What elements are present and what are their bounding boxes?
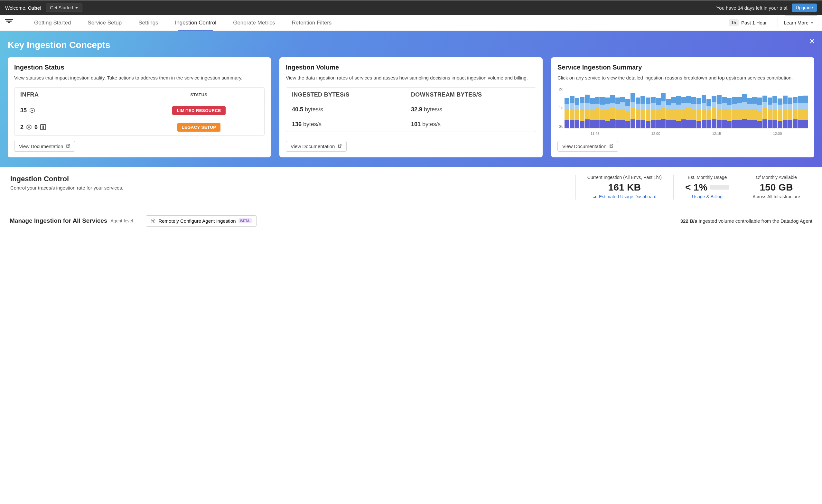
infra-count-2: 6 [34, 124, 38, 131]
divider [778, 18, 778, 27]
svg-point-4 [152, 220, 154, 221]
tab-getting-started[interactable]: Getting Started [26, 15, 79, 31]
y-label: 1k [557, 106, 562, 110]
chart-bar [656, 98, 661, 128]
x-label: 11:45 [590, 132, 599, 135]
table-row: 2 6 LEGACY SETUP [14, 119, 264, 135]
upgrade-button[interactable]: Upgrade [792, 4, 817, 12]
usage-progress [710, 185, 729, 189]
chart-bar [671, 97, 676, 128]
card-title: Ingestion Volume [286, 64, 536, 71]
stat-value: < 1% [685, 182, 708, 193]
x-label: 12:00 [652, 132, 661, 135]
chart-bar [727, 98, 732, 128]
volume-table: INGESTED BYTES/S DOWNSTREAM BYTES/S 40.5… [286, 87, 536, 132]
chart-bar [793, 97, 798, 128]
table-row: 40.5 bytes/s 32.9 bytes/s [286, 102, 536, 117]
tab-retention-filters[interactable]: Retention Filters [284, 15, 340, 31]
chart-bar [742, 94, 747, 128]
tab-ingestion-control[interactable]: Ingestion Control [167, 15, 225, 31]
remote-btn-label: Remotely Configure Agent Ingestion [158, 218, 236, 224]
chart-bar [798, 96, 803, 128]
view-docs-button[interactable]: View Documentation [557, 141, 618, 151]
table-row: 35 LIMITED RESOURCE [14, 102, 264, 119]
view-docs-button[interactable]: View Documentation [14, 141, 75, 151]
chart-bar [752, 97, 757, 128]
chart-bar [605, 97, 610, 128]
chart-bar [585, 95, 589, 128]
hero-banner: Key Ingestion Concepts ✕ Ingestion Statu… [0, 31, 822, 167]
external-link-icon [66, 144, 70, 148]
stat-label: Est. Monthly Usage [685, 175, 729, 180]
topbar: Welcome, Cube! Get Started You have 14 d… [0, 0, 822, 15]
chart-bar [757, 97, 762, 128]
chart-bar [651, 97, 656, 128]
card-desc: View statuses that impact ingestion qual… [14, 74, 265, 81]
tab-generate-metrics[interactable]: Generate Metrics [225, 15, 283, 31]
close-icon[interactable]: ✕ [809, 37, 815, 46]
chevron-down-icon [75, 7, 78, 9]
get-started-button[interactable]: Get Started [46, 4, 82, 12]
service-chart[interactable]: 2k 1k 0k 11:45 12:00 12:15 12:30 [557, 87, 808, 135]
summary-row: Ingestion Control Control your traces/s … [5, 167, 817, 208]
stat-value: 150 GB [753, 182, 800, 193]
get-started-label: Get Started [50, 5, 73, 10]
card-title: Service Ingestion Summary [557, 64, 808, 71]
svg-point-1 [32, 110, 33, 111]
x-label: 12:15 [712, 132, 721, 135]
chart-bar [717, 95, 722, 128]
chart-bar [676, 96, 681, 128]
infra-count: 35 [20, 107, 27, 114]
y-label: 0k [557, 124, 562, 128]
stat-label: Current Ingestion (All Envs, Past 1hr) [587, 175, 662, 180]
card-title: Ingestion Status [14, 64, 265, 71]
card-ingestion-status: Ingestion Status View statuses that impa… [8, 57, 271, 157]
chart-bar [646, 97, 651, 128]
container-icon [40, 124, 46, 130]
time-range-label[interactable]: Past 1 Hour [741, 20, 767, 25]
status-badge: LIMITED RESOURCE [172, 106, 225, 115]
beta-badge: BETA [239, 218, 252, 223]
nav-row: Getting StartedService SetupSettingsInge… [0, 15, 822, 31]
time-pill[interactable]: 1h [729, 19, 739, 26]
chart-bar [747, 98, 752, 128]
chart-bar [636, 97, 641, 128]
manage-row: Manage Ingestion for All Services Agent-… [0, 208, 822, 234]
view-docs-button[interactable]: View Documentation [286, 141, 347, 151]
stat-sub: Across All Infrastructure [753, 194, 800, 199]
chart-bar [702, 95, 707, 128]
tab-settings[interactable]: Settings [130, 15, 166, 31]
chart-bar [732, 97, 737, 128]
card-desc: Click on any service to view the detaile… [557, 74, 808, 81]
chart-bar [610, 95, 615, 128]
chart-bar [620, 97, 625, 128]
status-badge: LEGACY SETUP [177, 123, 221, 132]
chart-bar [722, 97, 727, 128]
hexagon-icon [26, 124, 32, 130]
chart-bar [580, 97, 584, 128]
estimated-usage-link[interactable]: Estimated Usage Dashboard [592, 194, 657, 199]
chart-bar [570, 96, 574, 128]
chart-bar [778, 98, 782, 128]
status-table: INFRA STATUS 35 LIMITED RESOURCE 2 6 [14, 87, 265, 136]
col-header-status: STATUS [139, 92, 259, 97]
stat-label: Of Monthly Available [753, 175, 800, 180]
learn-more-button[interactable]: Learn More [784, 20, 814, 25]
chart-bar [631, 93, 635, 128]
remote-configure-button[interactable]: Remotely Configure Agent Ingestion BETA [146, 215, 256, 226]
trial-text: You have 14 days left in your trial. [717, 5, 789, 11]
stat-current-ingestion: Current Ingestion (All Envs, Past 1hr) 1… [575, 175, 673, 199]
infra-count: 2 [20, 124, 23, 131]
hero-title: Key Ingestion Concepts [8, 40, 814, 50]
chart-bar [666, 99, 671, 128]
chart-bar [615, 97, 620, 128]
logo-icon[interactable] [5, 19, 13, 27]
chart-bar [783, 96, 788, 128]
stat-monthly-usage: Est. Monthly Usage < 1% Usage & Billing [673, 175, 741, 199]
tab-service-setup[interactable]: Service Setup [79, 15, 130, 31]
hexagon-icon [29, 107, 35, 113]
chart-bar [768, 97, 772, 128]
svg-point-3 [28, 126, 30, 128]
chart-bar [641, 96, 645, 128]
usage-billing-link[interactable]: Usage & Billing [692, 194, 723, 199]
